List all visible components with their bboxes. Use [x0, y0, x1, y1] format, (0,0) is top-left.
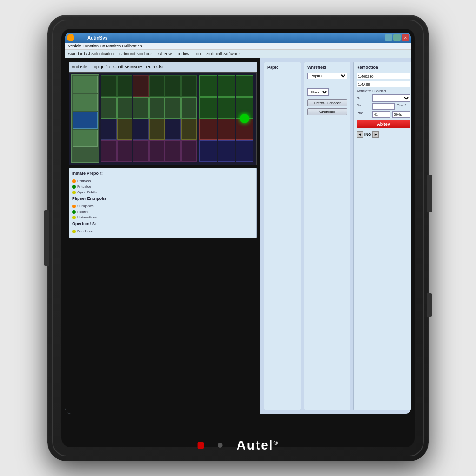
prio-input2[interactable]	[392, 111, 410, 118]
remoction-section: Remoction Acticlatfail Sairiad Gr	[353, 62, 411, 410]
block-select[interactable]: Block	[307, 88, 329, 96]
ctrl-sumjones[interactable]: Sumjones	[72, 204, 253, 208]
fandhass-label: Fandhass	[77, 229, 93, 233]
rritbass-label: Rritbass	[77, 179, 91, 183]
status-indicator	[240, 114, 249, 123]
whrefield-section: Whrefield PopIIC Block	[304, 62, 350, 410]
sumjones-label: Sumjones	[77, 204, 94, 208]
plipser-title: Plipser Entripolis	[72, 196, 253, 202]
title-bar: AutinSys ─ □ ✕	[65, 33, 411, 43]
screen: AutinSys ─ □ ✕ Vehicle Function Co Manit…	[65, 33, 411, 414]
menu-item-solit[interactable]: Solit call Software	[206, 52, 240, 56]
subtitle-bar: Vehicle Function Co Manites Calibration	[65, 43, 411, 50]
orange-icon	[72, 179, 76, 183]
gr-field: Gr	[357, 94, 410, 102]
diagram-toolbar: And 6Ile: Top gn flc Confi S6IAMTH Purn …	[69, 62, 257, 72]
toolbar-item-3[interactable]: Confi S6IAMTH	[113, 65, 143, 69]
whrefield-title: Whrefield	[307, 65, 347, 71]
brand-label: Autel®	[237, 438, 279, 453]
ctrl-fntcalce[interactable]: Fntcalce	[72, 185, 253, 189]
diagram-panel: And 6Ile: Top gn flc Confi S6IAMTH Purn …	[65, 58, 260, 414]
acticlatfail-field: Acticlatfail Sairiad	[357, 89, 410, 93]
da-label: Da	[357, 103, 370, 110]
opertion-title: Opertion! S:	[72, 221, 253, 227]
controls-grid: Papic Whrefield PopIIC	[264, 62, 407, 410]
menu-item-standard[interactable]: Standard Cl Solenication	[68, 52, 114, 56]
menu-bar: Standard Cl Solenication Drimond Modatus…	[65, 50, 411, 58]
window-controls: ─ □ ✕	[385, 34, 409, 41]
led-red	[198, 442, 204, 449]
toolbar-item-1[interactable]: And 6Ile:	[72, 65, 88, 69]
diagram-content: ▪▪ ▪▪ ▪▪	[69, 72, 257, 165]
whrefield-form: PopIIC	[307, 73, 347, 79]
abitey-button[interactable]: Abitey	[357, 120, 410, 128]
operi-label: Operi Bdrils	[77, 190, 97, 194]
minimize-button[interactable]: ─	[385, 34, 392, 41]
da-input[interactable]	[372, 103, 395, 110]
close-button[interactable]: ✕	[402, 34, 409, 41]
papic-section: Papic	[264, 62, 301, 410]
acticlatfail-label: Acticlatfail Sairiad	[357, 89, 386, 93]
yellow-icon-2	[72, 216, 76, 219]
gr-label: Gr	[357, 96, 370, 100]
led-dot	[218, 443, 223, 448]
window-chrome: AutinSys ─ □ ✕ Vehicle Function Co Manit…	[65, 33, 411, 414]
menu-item-tro[interactable]: Tro	[195, 52, 201, 56]
remoction-field2[interactable]	[357, 81, 410, 87]
ctrl-reotlit[interactable]: Reotlit	[72, 210, 253, 214]
unimarttore-label: Unimarttore	[77, 215, 97, 219]
ctrl-rritbass[interactable]: Rritbass	[72, 179, 253, 183]
ctrl-operi[interactable]: Operi Bdrils	[72, 190, 253, 194]
prio-input1[interactable]	[372, 111, 390, 118]
prio-row: Prio.	[357, 111, 410, 118]
screen-bezel: AutinSys ─ □ ✕ Vehicle Function Co Manit…	[61, 29, 415, 447]
nav-prev-button[interactable]: ◄	[357, 131, 363, 138]
orange-icon-2	[72, 205, 76, 208]
bottom-indicators: Autel®	[198, 438, 279, 453]
right-grip-bottom[interactable]	[427, 293, 432, 317]
menu-item-todow[interactable]: Todow	[177, 52, 189, 56]
nav-next-button[interactable]: ►	[372, 131, 379, 138]
window-title: AutinSys	[78, 35, 107, 40]
detrcal-canceer-button[interactable]: Detrcal Canceer	[307, 99, 347, 106]
block-section: Block	[307, 88, 347, 96]
remoction-title: Remoction	[357, 65, 410, 71]
window-subtitle: Vehicle Function Co Manites Calibration	[68, 44, 142, 48]
green-icon-2	[72, 210, 76, 214]
remoction-field1[interactable]	[357, 73, 410, 79]
instate-prepar-title: Instate Prepoir:	[72, 171, 253, 177]
chenload-button[interactable]: Chenload	[307, 108, 347, 115]
right-grip-top[interactable]	[427, 175, 432, 212]
papic-title: Papic	[267, 65, 298, 71]
green-icon	[72, 185, 76, 189]
toolbar-item-2[interactable]: Top gn flc	[92, 65, 110, 69]
controls-panel: Papic Whrefield PopIIC	[260, 58, 411, 414]
left-grip	[44, 210, 49, 266]
reotlit-label: Reotlit	[77, 210, 88, 214]
fntcalce-label: Fntcalce	[77, 185, 91, 189]
yellow-icon-3	[72, 230, 76, 233]
nav-controls: ◄ ING ►	[357, 131, 410, 138]
da-otelj-row: Da OteLJ	[357, 103, 410, 110]
tablet-device: AutinSys ─ □ ✕ Vehicle Function Co Manit…	[47, 15, 429, 461]
gr-select[interactable]	[372, 94, 410, 102]
prio-label: Prio.	[357, 111, 370, 118]
instate-prepar-section: Instate Prepoir: Rritbass Fntcalce	[69, 168, 257, 238]
ctrl-fandhass[interactable]: Fandhass	[72, 229, 253, 233]
main-area: And 6Ile: Top gn flc Confi S6IAMTH Purn …	[65, 58, 411, 414]
menu-item-ol[interactable]: Ol Pow	[158, 52, 172, 56]
yellow-icon	[72, 191, 76, 194]
app-icon	[67, 34, 74, 41]
left-nav: Instate Prepoir: Rritbass Fntcalce	[69, 168, 257, 238]
popIIC-select[interactable]: PopIIC	[307, 73, 347, 79]
menu-item-drimond[interactable]: Drimond Modatus	[119, 52, 152, 56]
ctrl-unimarttore[interactable]: Unimarttore	[72, 215, 253, 219]
otelj-label: OteLJ	[397, 103, 410, 110]
toolbar-item-4[interactable]: Purn ClsIl	[146, 65, 165, 69]
nav-label: ING	[364, 132, 371, 137]
maximize-button[interactable]: □	[393, 34, 401, 41]
